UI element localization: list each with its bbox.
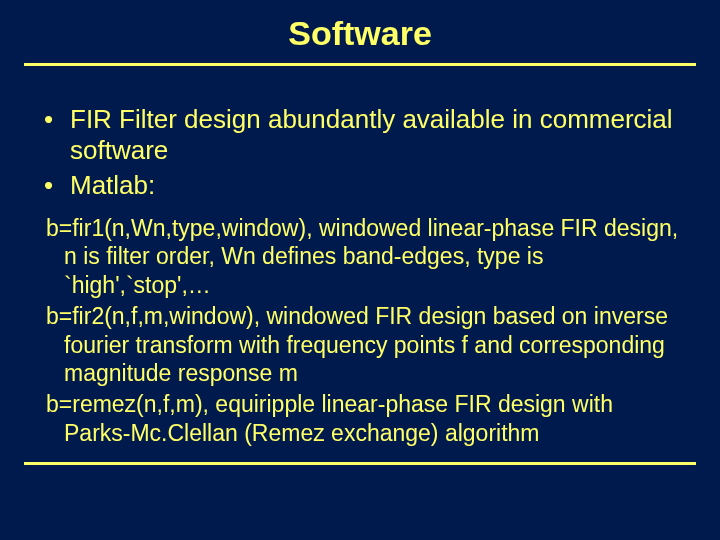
bullet-list: FIR Filter design abundantly available i…	[30, 104, 690, 202]
sub-item: b=fir1(n,Wn,type,window), windowed linea…	[46, 214, 680, 300]
slide-title: Software	[0, 0, 720, 63]
divider-top	[24, 63, 696, 66]
bullet-item: FIR Filter design abundantly available i…	[30, 104, 690, 166]
sub-item: b=fir2(n,f,m,window), windowed FIR desig…	[46, 302, 680, 388]
sub-list: b=fir1(n,Wn,type,window), windowed linea…	[46, 214, 680, 448]
slide: Software FIR Filter design abundantly av…	[0, 0, 720, 540]
bullet-item: Matlab:	[30, 170, 690, 201]
divider-bottom	[24, 462, 696, 465]
sub-item: b=remez(n,f,m), equiripple linear-phase …	[46, 390, 680, 448]
